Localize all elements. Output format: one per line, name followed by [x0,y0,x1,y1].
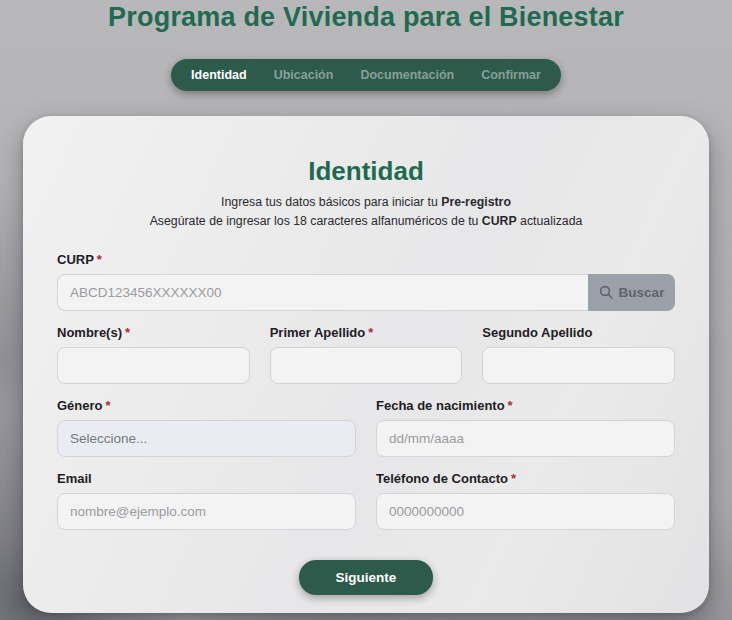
names-row: Nombre(s)* Primer Apellido* Segundo Apel… [57,325,675,384]
tab-confirmar[interactable]: Confirmar [481,68,541,82]
email-field: Email [57,471,356,530]
fecha-nacimiento-label: Fecha de nacimiento* [376,398,675,413]
genero-label: Género* [57,398,356,413]
required-asterisk: * [125,325,130,340]
segundo-apellido-input[interactable] [482,347,675,384]
page-background: Programa de Vivienda para el Bienestar I… [0,0,732,620]
tab-ubicacion[interactable]: Ubicación [274,68,334,82]
fecha-nacimiento-field: Fecha de nacimiento* [376,398,675,457]
primer-apellido-input[interactable] [270,347,463,384]
genero-selected-value: Seleccione... [70,431,147,446]
primer-apellido-label: Primer Apellido* [270,325,463,340]
required-asterisk: * [508,398,513,413]
genero-select[interactable]: Seleccione... [57,420,356,457]
card-heading: Identidad [57,156,675,187]
buscar-button-label: Buscar [619,285,665,300]
fecha-nacimiento-input[interactable] [376,420,675,457]
email-input[interactable] [57,493,356,530]
telefono-input[interactable] [376,493,675,530]
telefono-label: Teléfono de Contacto* [376,471,675,486]
card-subtitle-2: Asegúrate de ingresar los 18 caracteres … [57,214,675,229]
nombres-label: Nombre(s)* [57,325,250,340]
page-title: Programa de Vivienda para el Bienestar [0,0,732,33]
primer-apellido-field: Primer Apellido* [270,325,463,384]
required-asterisk: * [106,398,111,413]
search-icon [599,285,613,299]
submit-row: Siguiente [57,560,675,595]
required-asterisk: * [97,252,102,267]
subtitle-1-text: Ingresa tus datos básicos para iniciar t… [221,195,441,209]
email-telefono-row: Email Teléfono de Contacto* [57,471,675,530]
curp-label: CURP* [57,252,675,267]
card-subtitle-1: Ingresa tus datos básicos para iniciar t… [57,195,675,210]
nombres-input[interactable] [57,347,250,384]
required-asterisk: * [511,471,516,486]
tab-bar-wrapper: Identidad Ubicación Documentación Confir… [0,59,732,91]
nombres-field: Nombre(s)* [57,325,250,384]
genero-fecha-row: Género* Seleccione... Fecha de nacimient… [57,398,675,457]
step-tab-bar: Identidad Ubicación Documentación Confir… [171,59,561,91]
segundo-apellido-label: Segundo Apellido [482,325,675,340]
form-card: Identidad Ingresa tus datos básicos para… [23,116,709,613]
tab-identidad[interactable]: Identidad [191,68,247,82]
siguiente-button[interactable]: Siguiente [299,560,433,595]
required-asterisk: * [368,325,373,340]
identity-form: CURP* Buscar Nombre(s)* [57,252,675,595]
subtitle-1-bold: Pre-registro [441,195,511,209]
curp-input[interactable] [57,274,588,311]
genero-field: Género* Seleccione... [57,398,356,457]
email-label: Email [57,471,356,486]
curp-input-group: Buscar [57,274,675,311]
telefono-field: Teléfono de Contacto* [376,471,675,530]
subtitle-2-bold: CURP [482,214,517,228]
buscar-button[interactable]: Buscar [588,274,675,311]
subtitle-2-text: Asegúrate de ingresar los 18 caracteres … [150,214,482,228]
tab-documentacion[interactable]: Documentación [360,68,454,82]
subtitle-2-suffix: actualizada [517,214,583,228]
segundo-apellido-field: Segundo Apellido [482,325,675,384]
